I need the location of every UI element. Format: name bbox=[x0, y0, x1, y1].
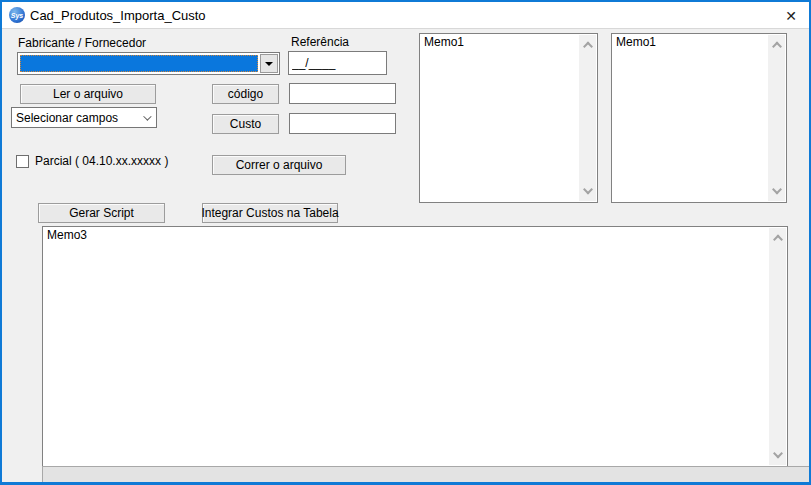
scroll-down-icon[interactable] bbox=[772, 185, 782, 195]
scroll-down-icon[interactable] bbox=[583, 185, 593, 195]
selecionar-campos-value: Selecionar campos bbox=[16, 111, 118, 125]
app-window: Sys Cad_Produtos_Importa_Custo ✕ Fabrica… bbox=[0, 0, 811, 485]
parcial-checkbox-label: Parcial ( 04.10.xx.xxxxx ) bbox=[35, 154, 168, 168]
dropdown-arrow-icon bbox=[265, 62, 273, 66]
selecionar-campos-combobox[interactable]: Selecionar campos bbox=[11, 107, 157, 128]
chevron-down-icon bbox=[143, 112, 151, 120]
parcial-checkbox[interactable]: Parcial ( 04.10.xx.xxxxx ) bbox=[16, 154, 168, 168]
app-sys-icon: Sys bbox=[9, 7, 25, 23]
combobox-selected-value bbox=[20, 55, 258, 72]
memo1-right[interactable]: Memo1 bbox=[611, 33, 787, 203]
codigo-button[interactable]: código bbox=[212, 84, 279, 104]
scroll-up-icon[interactable] bbox=[583, 42, 593, 52]
memo1-left-text: Memo1 bbox=[424, 35, 464, 49]
fabricante-label: Fabricante / Fornecedor bbox=[18, 36, 146, 50]
memo3[interactable]: Memo3 bbox=[42, 226, 788, 467]
vertical-scrollbar[interactable] bbox=[769, 228, 786, 465]
memo1-left[interactable]: Memo1 bbox=[419, 33, 598, 203]
bottom-panel bbox=[42, 466, 809, 482]
vertical-scrollbar[interactable] bbox=[768, 35, 785, 201]
codigo-input[interactable] bbox=[289, 83, 396, 104]
referencia-mask-input[interactable] bbox=[288, 51, 387, 75]
referencia-label: Referência bbox=[291, 35, 349, 49]
memo3-text: Memo3 bbox=[47, 228, 87, 242]
gerar-script-button[interactable]: Gerar Script bbox=[38, 203, 165, 223]
close-button[interactable]: ✕ bbox=[775, 2, 807, 29]
memo1-right-text: Memo1 bbox=[616, 35, 656, 49]
ler-arquivo-button[interactable]: Ler o arquivo bbox=[20, 84, 156, 104]
scroll-up-icon[interactable] bbox=[773, 235, 783, 245]
correr-arquivo-button[interactable]: Correr o arquivo bbox=[212, 155, 346, 175]
scroll-down-icon[interactable] bbox=[773, 449, 783, 459]
scroll-up-icon[interactable] bbox=[772, 42, 782, 52]
window-title: Cad_Produtos_Importa_Custo bbox=[30, 8, 206, 23]
combobox-dropdown-button[interactable] bbox=[260, 54, 278, 73]
custo-input[interactable] bbox=[289, 113, 396, 134]
vertical-scrollbar[interactable] bbox=[579, 35, 596, 201]
title-bar: Sys Cad_Produtos_Importa_Custo ✕ bbox=[2, 2, 809, 29]
checkbox-box-icon[interactable] bbox=[16, 155, 29, 168]
custo-button[interactable]: Custo bbox=[212, 114, 279, 134]
integrar-custos-button[interactable]: Integrar Custos na Tabela bbox=[202, 203, 338, 223]
close-icon: ✕ bbox=[785, 8, 797, 24]
fabricante-combobox[interactable] bbox=[17, 52, 280, 75]
